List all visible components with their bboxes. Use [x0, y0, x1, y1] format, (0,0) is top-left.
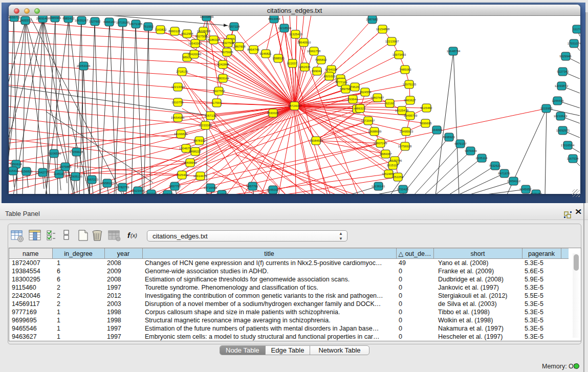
svg-text:7357224: 7357224: [228, 25, 240, 28]
svg-text:1733426: 1733426: [397, 188, 409, 191]
svg-text:9699695: 9699695: [420, 122, 432, 125]
svg-text:1362635: 1362635: [298, 65, 311, 69]
svg-text:9474444: 9474444: [465, 149, 477, 152]
svg-text:9146821: 9146821: [259, 52, 272, 55]
svg-text:2867608: 2867608: [233, 45, 246, 48]
svg-text:2803144: 2803144: [217, 77, 229, 80]
svg-text:19384554: 19384554: [310, 139, 323, 142]
svg-text:10807487: 10807487: [371, 96, 384, 99]
svg-text:19218506: 19218506: [278, 27, 292, 30]
svg-text:9777169: 9777169: [335, 81, 347, 84]
svg-text:9975885: 9975885: [59, 165, 72, 168]
svg-text:9463612: 9463612: [162, 193, 174, 194]
svg-text:16648784: 16648784: [447, 50, 461, 53]
svg-text:1292344: 1292344: [145, 192, 157, 194]
svg-text:293644: 293644: [347, 98, 358, 101]
svg-text:10543362: 10543362: [188, 42, 202, 45]
svg-text:1047203: 1047203: [216, 193, 228, 194]
svg-text:20053346: 20053346: [77, 64, 91, 68]
svg-text:3267130: 3267130: [204, 114, 216, 117]
svg-text:8660125: 8660125: [168, 30, 181, 33]
svg-text:16671385: 16671385: [129, 23, 143, 26]
svg-text:10655267: 10655267: [75, 19, 89, 22]
svg-text:1145194: 1145194: [54, 172, 66, 176]
svg-text:(x): (x): [130, 232, 137, 238]
svg-text:9227342: 9227342: [557, 70, 569, 73]
svg-text:8471676: 8471676: [498, 172, 510, 175]
svg-text:6879197: 6879197: [454, 142, 467, 145]
svg-text:15807249: 15807249: [374, 142, 387, 145]
svg-text:17359928: 17359928: [70, 150, 83, 154]
svg-text:16033809: 16033809: [200, 16, 214, 18]
svg-text:20206536: 20206536: [48, 152, 61, 155]
svg-text:15409949: 15409949: [183, 161, 197, 164]
svg-text:10719185: 10719185: [116, 21, 130, 24]
svg-text:252254: 252254: [393, 176, 404, 179]
svg-text:6794028: 6794028: [325, 68, 337, 71]
svg-text:9657791: 9657791: [169, 185, 181, 188]
svg-text:12942737: 12942737: [36, 171, 50, 174]
svg-text:486322: 486322: [355, 107, 366, 110]
svg-text:1621022: 1621022: [323, 75, 336, 78]
svg-text:9327508: 9327508: [222, 41, 234, 45]
svg-text:12905135: 12905135: [69, 175, 83, 178]
svg-text:8912954: 8912954: [181, 32, 193, 35]
svg-text:20691406: 20691406: [36, 17, 50, 20]
svg-text:9329946: 9329946: [559, 55, 572, 58]
svg-text:3915411: 3915411: [9, 169, 19, 172]
svg-text:16961758: 16961758: [307, 50, 321, 53]
svg-text:74626: 74626: [351, 85, 359, 89]
svg-text:7163822: 7163822: [155, 28, 167, 31]
svg-text:15692971: 15692971: [556, 129, 570, 132]
svg-text:7625402: 7625402: [176, 173, 188, 177]
svg-text:10973493: 10973493: [393, 53, 406, 56]
svg-text:15720407: 15720407: [361, 119, 375, 122]
svg-text:1588520: 1588520: [272, 57, 285, 60]
svg-text:9684067: 9684067: [380, 152, 392, 156]
svg-text:10958107: 10958107: [100, 182, 114, 185]
svg-text:3675685: 3675685: [221, 51, 233, 54]
svg-text:14136141: 14136141: [372, 185, 385, 188]
svg-text:17957223: 17957223: [85, 178, 99, 181]
svg-text:12093872: 12093872: [555, 84, 569, 87]
svg-text:12923446: 12923446: [131, 189, 145, 192]
svg-text:1405572: 1405572: [19, 19, 32, 22]
svg-text:1527602: 1527602: [89, 20, 101, 23]
svg-text:8938923: 8938923: [443, 136, 455, 139]
svg-text:62160: 62160: [386, 102, 395, 105]
svg-text:1167534: 1167534: [567, 157, 579, 160]
svg-text:1156829: 1156829: [21, 170, 33, 173]
svg-text:17016504: 17016504: [561, 144, 575, 147]
svg-text:8979451: 8979451: [530, 192, 542, 194]
svg-text:11333389: 11333389: [199, 124, 212, 127]
svg-text:5350614: 5350614: [10, 163, 22, 166]
svg-text:13716485: 13716485: [204, 186, 217, 189]
svg-text:1965901: 1965901: [49, 16, 61, 19]
svg-text:9245012: 9245012: [267, 188, 279, 191]
svg-text:7955812: 7955812: [315, 58, 327, 61]
svg-text:16782759: 16782759: [116, 186, 129, 189]
svg-text:15495759: 15495759: [404, 114, 418, 117]
svg-text:3624554: 3624554: [359, 91, 372, 94]
svg-text:12213369: 12213369: [171, 85, 185, 89]
svg-text:10756928: 10756928: [398, 145, 412, 148]
svg-text:11325419: 11325419: [289, 33, 303, 36]
svg-text:17551074: 17551074: [568, 42, 580, 45]
svg-text:8813054: 8813054: [268, 17, 280, 20]
svg-text:1530025: 1530025: [267, 112, 279, 115]
svg-text:18724007: 18724007: [288, 104, 302, 107]
svg-text:19166825: 19166825: [174, 133, 188, 136]
svg-text:1615112: 1615112: [387, 164, 399, 167]
svg-text:22420046: 22420046: [188, 53, 202, 56]
svg-text:16914479: 16914479: [193, 174, 207, 178]
svg-text:8427552: 8427552: [213, 90, 225, 93]
svg-text:1610755: 1610755: [171, 101, 184, 104]
svg-text:7485063: 7485063: [399, 68, 411, 71]
svg-text:822037: 822037: [287, 62, 298, 65]
svg-text:9457791: 9457791: [246, 185, 258, 188]
svg-text:12213967: 12213967: [385, 40, 399, 43]
svg-text:9463627: 9463627: [404, 99, 416, 102]
svg-text:8878332: 8878332: [193, 139, 206, 142]
svg-text:10654112: 10654112: [507, 180, 521, 183]
svg-text:2718176: 2718176: [176, 70, 188, 73]
